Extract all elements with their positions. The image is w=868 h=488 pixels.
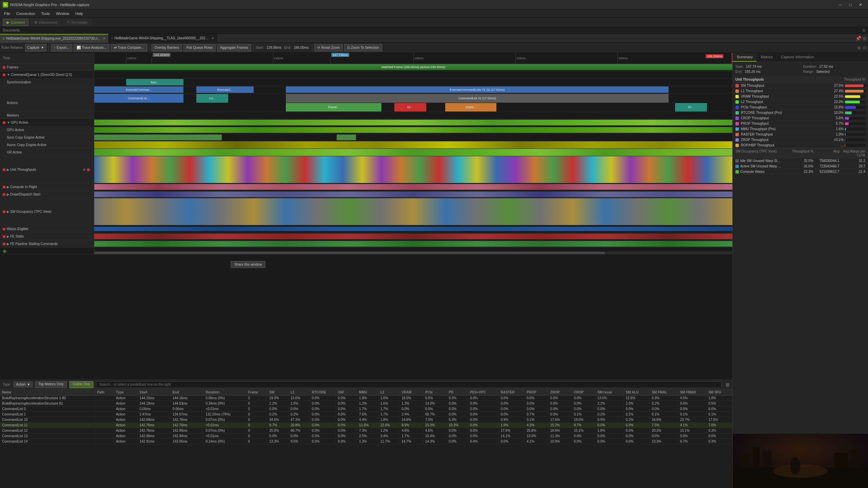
table-row[interactable]: CommandList 0 Action 0.05ms 0.06ms <0.01… [0,406,732,412]
table-row[interactable]: CommandList 13 Action 142.90ms 142.90ms … [0,433,732,439]
fe-stalls-content[interactable] [94,233,732,240]
col-sm-fmal[interactable]: SM FMAL [650,389,678,395]
frames-content[interactable]: Matched Frame (166.00ms) (active=155.50m… [94,64,732,71]
type-dropdown[interactable]: Action ▼ [14,382,33,387]
tab-bvh[interactable]: ○ HellbladeGame-Win64-Shipping__TLAS_1be… [108,34,217,43]
visible-only-toggle[interactable]: Visible Only [70,381,94,388]
add-row-icon[interactable]: ⊕ [3,248,7,254]
export-button[interactable]: ↑Export... [51,44,72,52]
top-metrics-toggle[interactable]: Top Metrics Only [35,381,66,388]
col-prop[interactable]: PROP [525,389,548,395]
col-start[interactable]: Start [137,389,170,395]
trace-analysis-button[interactable]: 📊Trace Analysis... [74,44,110,52]
tab-close-1[interactable]: ✕ [103,37,105,40]
gr-active-content[interactable] [94,149,732,156]
scroll-content[interactable] [94,248,732,254]
col-type[interactable]: Type [114,389,137,395]
col-frame[interactable]: Frame [246,389,267,395]
gpu-active-expand[interactable]: ▼ [7,121,10,124]
terminate-button[interactable]: ✕ Terminate [63,19,91,26]
timeline-content[interactable]: Frames Matched Frame (166.00ms) (active=… [0,64,732,380]
minimize-button[interactable]: ─ [835,0,845,9]
reset-zoom-button[interactable]: ⟳Reset Zoom [314,44,342,52]
ruler-dropdown[interactable]: Capture ▼ [25,44,46,52]
draw-expand[interactable]: ▶ [7,192,9,196]
table-row[interactable]: CommandList 14 Action 142.91ms 143.05ms … [0,439,732,444]
col-name[interactable]: Name [0,389,95,395]
unit-throughputs-content[interactable] [94,156,732,183]
table-row[interactable]: CommandList 12 Action 142.76ms 142.86ms … [0,428,732,433]
menu-help[interactable]: Help [73,11,86,16]
unit-tp-expand[interactable]: ▶ [7,168,9,171]
col-sm-sfu[interactable]: SM SFU [706,389,732,395]
col-pcie[interactable]: PCIe [423,389,447,395]
gpu-active-content[interactable] [94,126,732,134]
execute-content[interactable]: ExecuteComman... ExecuteC... ExecuteComm… [94,86,732,93]
zoom-in-icon[interactable]: ⊕ [857,45,861,50]
col-vram[interactable]: VRAM [399,389,423,395]
fe-pipeline-content[interactable] [94,240,732,247]
col-sm-issue[interactable]: SM Issue [595,389,624,395]
aggregate-frames-button[interactable]: Aggregate Frames [217,44,251,52]
tab-capture[interactable]: ● HellbladeGame-Win64-Shipping.exe_20220… [0,34,108,43]
table-row[interactable]: CommandList 11 Action 142.76ms 142.76ms … [0,423,732,428]
fe-stalls-expand[interactable]: ▶ [7,235,9,238]
disconnect-button[interactable]: ⊗ Disconnect [31,19,61,26]
close-button[interactable]: ✕ [856,0,865,9]
async-copy-content[interactable] [94,141,732,148]
maximize-button[interactable]: □ [846,0,855,9]
table-row[interactable]: CommandList 10 Action 142.69ms 142.76ms … [0,417,732,423]
col-raster[interactable]: RASTER [498,389,525,395]
table-row[interactable]: BuildRaytracingAccelerationStructure 1-8… [0,395,732,401]
table-row[interactable]: CommandList 1 Action 2.47ms 134.67ms 132… [0,412,732,417]
menu-window[interactable]: Window [53,11,72,16]
tab-close-2[interactable]: ✕ [211,36,214,40]
tab-summary[interactable]: Summary [733,53,757,62]
h-scrollbar-thumb[interactable] [94,252,605,254]
col-zrop[interactable]: ZROP [548,389,572,395]
col-crop[interactable]: CROP [572,389,595,395]
col-sm-alu[interactable]: SM ALU [624,389,650,395]
menu-connection[interactable]: Connection [14,11,38,16]
ruler-ticks[interactable]: 140ms 141.423ms 145ms 147.736ms 150ms 15… [94,53,732,63]
col-pesvpc[interactable]: PES+VPC [468,389,498,395]
sync-copy-content[interactable] [94,134,732,141]
connect-button[interactable]: ▶ Connect [3,19,28,26]
compute-in-flight-content[interactable] [94,183,732,190]
sm-occupancy-content[interactable] [94,198,732,225]
col-end[interactable]: End [170,389,203,395]
actions-content[interactable]: CommandList ... Co... Dispat... Di... Di… [94,94,732,112]
time-ruler[interactable]: Time 140ms 141.423ms 145ms 147.736ms 150… [0,53,732,64]
tab-metrics[interactable]: Metrics [757,53,777,62]
col-vaf[interactable]: VAF [336,389,357,395]
col-duration[interactable]: Duration [203,389,246,395]
col-mmu[interactable]: MMU [357,389,378,395]
layout-icon[interactable]: ⊞ [862,28,865,33]
unit-tp-settings[interactable]: ⚙ [83,168,86,171]
col-path[interactable]: Path [95,389,114,395]
warps-eligible-content[interactable] [94,225,732,232]
trace-compare-button[interactable]: ⇄Trace Compare... [111,44,147,52]
col-rtcore[interactable]: RTCORE [310,389,336,395]
pin-icon[interactable]: 📌 [855,36,861,41]
col-sm-fmah[interactable]: SM FMAH [678,389,706,395]
overlay-barriers-button[interactable]: Overlay Barriers [152,44,182,52]
col-sm[interactable]: SM [267,389,289,395]
h-scrollbar[interactable] [94,251,732,254]
col-l1[interactable]: L1 [288,389,310,395]
filter-icon[interactable]: ⊞ [726,382,730,387]
layout-toggle-icon[interactable]: ⊞ [863,36,867,41]
sm-occ-expand[interactable]: ▶ [7,210,9,214]
compute-expand[interactable]: ▶ [7,185,9,189]
zoom-out-icon[interactable]: ⊖ [863,45,867,50]
draw-dispatch-content[interactable] [94,191,732,198]
tab-capture-info[interactable]: Capture Information [777,53,818,62]
table-row[interactable]: BuildRaytracingAccelerationStructure 81 … [0,401,732,406]
menu-tools[interactable]: Tools [38,11,53,16]
data-table[interactable]: Name Path Type Start End Duration Frame … [0,389,732,488]
flat-queue-rows-button[interactable]: Flat Queue Rows [183,44,216,52]
commandqueue-content[interactable] [94,71,732,78]
table-search[interactable] [96,381,722,388]
zoom-to-selection-button[interactable]: ⊡Zoom To Selection [344,44,382,52]
col-pd[interactable]: PD [447,389,468,395]
